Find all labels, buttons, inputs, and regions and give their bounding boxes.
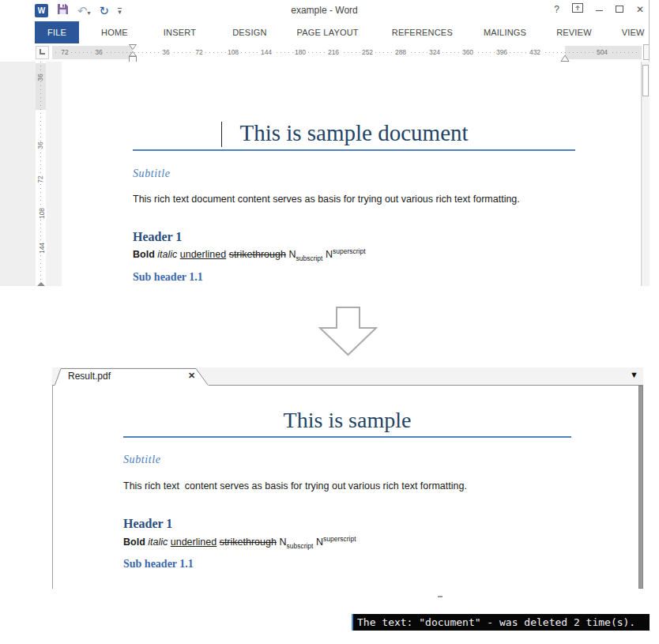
ruler-number: 144 bbox=[37, 243, 47, 254]
pdf-title-rule bbox=[123, 436, 571, 438]
vruler-bottom-marker bbox=[37, 282, 45, 286]
tab-references[interactable]: REFERENCES bbox=[382, 21, 463, 43]
tab-review[interactable]: REVIEW bbox=[546, 21, 602, 43]
word-page[interactable]: This is sample document Subtitle This ri… bbox=[62, 62, 642, 286]
underline-sample: underlined bbox=[171, 537, 217, 548]
ruler-number: 108 bbox=[226, 49, 240, 56]
tab-menu-caret-icon[interactable]: ▼ bbox=[630, 370, 638, 379]
ruler-number: 252 bbox=[360, 49, 375, 56]
subscript-sample: Nsubscript bbox=[279, 537, 313, 548]
doc-formatting-line[interactable]: Bold italic underlined strikethrough Nsu… bbox=[133, 247, 366, 262]
pdf-title: This is sample bbox=[123, 408, 571, 433]
screenshot-canvas: W ↶▾ ↻ ▾ example - Word ? bbox=[0, 0, 659, 644]
word-window: W ↶▾ ↻ ▾ example - Word ? bbox=[0, 0, 650, 286]
subscript-sample: Nsubscript bbox=[288, 249, 322, 260]
stray-mark bbox=[438, 596, 442, 597]
ruler-ticks bbox=[55, 52, 638, 53]
pdf-subheader: Sub header 1.1 bbox=[123, 558, 194, 571]
superscript-sample: Nsuperscript bbox=[326, 249, 366, 260]
doc-title[interactable]: This is sample document bbox=[133, 120, 575, 146]
tab-file[interactable]: FILE bbox=[35, 21, 79, 43]
doc-header1[interactable]: Header 1 bbox=[133, 230, 182, 244]
maximize-button[interactable] bbox=[616, 4, 623, 15]
superscript-sample: Nsuperscript bbox=[316, 537, 356, 548]
word-document-area: 36 36 72 108 144 This is sample document… bbox=[0, 62, 650, 286]
ruler-number: 72 bbox=[36, 175, 45, 183]
ruler-number: 36 bbox=[36, 141, 45, 149]
tab-stop-icon bbox=[40, 49, 45, 55]
underline-sample: underlined bbox=[180, 249, 226, 260]
doc-body-text[interactable]: This rich text document content serves a… bbox=[133, 194, 607, 205]
ruler-number: 396 bbox=[495, 49, 509, 56]
transform-arrow-icon bbox=[318, 307, 378, 360]
italic-sample: italic bbox=[157, 249, 177, 260]
pdf-tab-bar: ▼ Result.pdf ✕ bbox=[52, 367, 643, 386]
ruler-number: 360 bbox=[461, 49, 475, 56]
pdf-tab-close-icon[interactable]: ✕ bbox=[188, 371, 195, 381]
scrollbar-top-cap bbox=[643, 44, 649, 60]
word-scrollbar-thumb[interactable] bbox=[642, 65, 649, 96]
ruler-number: 324 bbox=[427, 49, 442, 56]
pdf-body-text: This rich text content serves as basis f… bbox=[123, 480, 597, 491]
pdf-tab-title[interactable]: Result.pdf bbox=[68, 371, 111, 382]
italic-sample: italic bbox=[148, 537, 168, 548]
word-title-bar: W ↶▾ ↻ ▾ example - Word ? bbox=[0, 0, 649, 21]
ruler-number: 36 bbox=[93, 49, 104, 56]
vertical-ruler: 36 36 72 108 144 bbox=[36, 62, 46, 286]
tab-page-layout[interactable]: PAGE LAYOUT bbox=[287, 21, 369, 43]
pdf-page: This is sample Subtitle This rich text c… bbox=[52, 386, 643, 589]
pdf-header1: Header 1 bbox=[123, 517, 172, 531]
status-tooltip: The text: "document" - was deleted 2 tim… bbox=[352, 614, 650, 631]
tab-mailings[interactable]: MAILINGS bbox=[473, 21, 537, 43]
ruler-number: 288 bbox=[394, 49, 408, 56]
ruler-row: 72 36 36 72 108 144 180 216 252 288 324 … bbox=[0, 43, 649, 62]
ruler-number: 72 bbox=[194, 49, 204, 56]
close-button[interactable]: ✕ bbox=[636, 4, 644, 15]
strikethrough-sample: strikethrough bbox=[220, 537, 277, 548]
ruler-number: 216 bbox=[326, 49, 341, 56]
bold-sample: Bold bbox=[133, 249, 155, 260]
pdf-viewer-panel: ▼ Result.pdf ✕ This is sample Subtitle T… bbox=[52, 367, 643, 589]
pdf-formatting-line: Bold italic underlined strikethrough Nsu… bbox=[123, 535, 356, 550]
ruler-number: 36 bbox=[160, 49, 171, 56]
ribbon-display-options-icon[interactable] bbox=[572, 3, 583, 15]
ruler-number: 432 bbox=[528, 49, 542, 56]
pdf-scrollbar[interactable] bbox=[638, 386, 643, 589]
minimize-button[interactable] bbox=[596, 4, 603, 15]
word-vertical-scrollbar[interactable] bbox=[642, 62, 650, 286]
horizontal-ruler: 72 36 36 72 108 144 180 216 252 288 324 … bbox=[52, 46, 642, 59]
page-left-gutter bbox=[46, 62, 62, 286]
tab-insert[interactable]: INSERT bbox=[153, 21, 206, 43]
doc-subheader[interactable]: Sub header 1.1 bbox=[133, 271, 203, 284]
ribbon-tab-bar: FILE HOME INSERT DESIGN PAGE LAYOUT REFE… bbox=[0, 21, 649, 43]
tab-design[interactable]: DESIGN bbox=[222, 21, 277, 43]
ruler-number: 36 bbox=[36, 73, 45, 81]
bold-sample: Bold bbox=[123, 537, 145, 548]
pdf-subtitle: Subtitle bbox=[123, 454, 161, 466]
window-controls: ? ✕ bbox=[554, 3, 644, 15]
ruler-number: 72 bbox=[59, 49, 70, 56]
ruler-number: 144 bbox=[259, 49, 273, 56]
doc-subtitle[interactable]: Subtitle bbox=[133, 168, 171, 180]
ruler-number: 504 bbox=[595, 49, 609, 56]
window-title: example - Word bbox=[0, 5, 649, 16]
ruler-number: 180 bbox=[293, 49, 307, 56]
tab-home[interactable]: HOME bbox=[91, 21, 138, 43]
strikethrough-sample: strikethrough bbox=[229, 249, 286, 260]
help-button[interactable]: ? bbox=[554, 4, 559, 15]
tab-stop-selector[interactable] bbox=[36, 46, 49, 59]
tab-view[interactable]: VIEW bbox=[612, 21, 649, 43]
ruler-number: 108 bbox=[37, 208, 47, 219]
title-rule bbox=[133, 149, 575, 151]
